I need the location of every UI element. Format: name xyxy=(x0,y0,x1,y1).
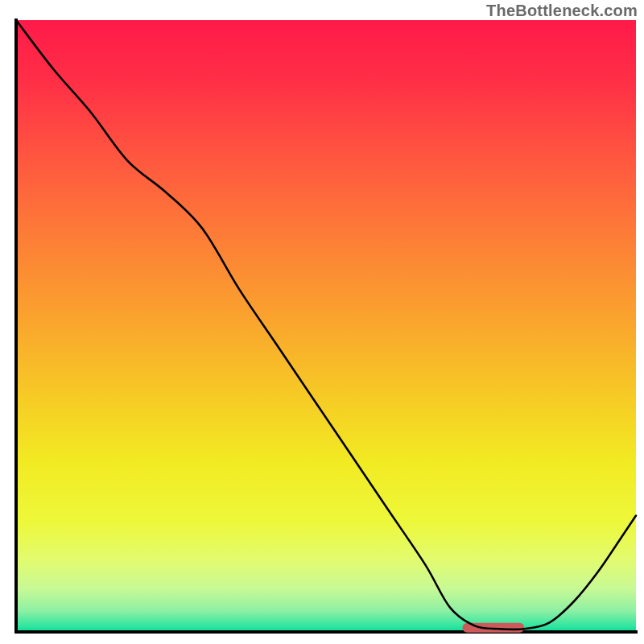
watermark-text: TheBottleneck.com xyxy=(486,2,638,20)
bottleneck-chart xyxy=(0,0,644,644)
chart-container: TheBottleneck.com xyxy=(0,0,644,644)
gradient-background xyxy=(16,20,636,632)
plot-area xyxy=(16,20,636,633)
